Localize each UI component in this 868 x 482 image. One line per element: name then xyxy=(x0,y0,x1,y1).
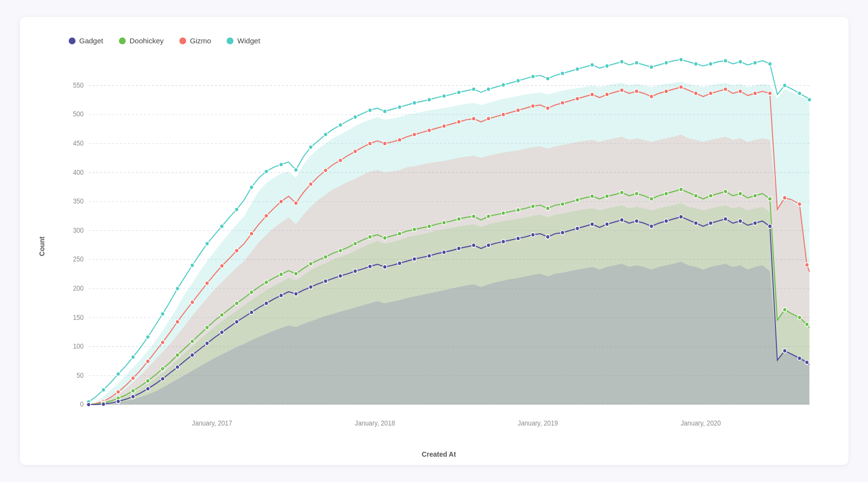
svg-point-163 xyxy=(605,194,609,199)
svg-text:100: 100 xyxy=(73,343,83,350)
svg-point-154 xyxy=(471,214,475,219)
svg-point-198 xyxy=(383,265,386,269)
svg-point-92 xyxy=(294,201,298,205)
svg-point-71 xyxy=(723,58,727,63)
svg-point-159 xyxy=(545,206,549,211)
svg-point-190 xyxy=(264,301,268,306)
svg-point-33 xyxy=(160,312,164,316)
svg-point-38 xyxy=(234,207,238,212)
svg-point-144 xyxy=(323,255,327,259)
svg-text:January, 2018: January, 2018 xyxy=(355,420,395,427)
svg-point-48 xyxy=(383,109,386,113)
svg-point-140 xyxy=(264,280,268,284)
svg-point-215 xyxy=(635,219,638,223)
svg-point-195 xyxy=(338,274,342,278)
svg-text:500: 500 xyxy=(73,111,83,118)
svg-point-155 xyxy=(486,214,490,219)
svg-point-203 xyxy=(457,246,461,251)
svg-point-62 xyxy=(590,63,594,67)
svg-point-171 xyxy=(723,189,727,194)
svg-point-176 xyxy=(797,315,801,320)
svg-point-50 xyxy=(412,101,416,105)
svg-point-137 xyxy=(220,313,224,317)
svg-point-46 xyxy=(353,115,357,119)
svg-point-157 xyxy=(516,208,520,212)
svg-point-218 xyxy=(679,215,683,219)
svg-text:450: 450 xyxy=(73,140,83,147)
svg-point-114 xyxy=(619,88,623,93)
svg-point-73 xyxy=(753,61,757,65)
chart-svg: .grid-line { stroke: #d8d8e8; stroke-wid… xyxy=(59,56,819,436)
legend-item-gadget: Gadget xyxy=(69,37,103,45)
gadget-label: Gadget xyxy=(79,37,103,45)
svg-point-42 xyxy=(294,168,298,172)
svg-point-115 xyxy=(635,89,638,93)
svg-point-127 xyxy=(805,263,809,267)
svg-point-76 xyxy=(797,92,801,96)
svg-point-31 xyxy=(131,355,135,359)
svg-point-80 xyxy=(116,390,120,394)
svg-point-64 xyxy=(619,60,623,64)
svg-point-75 xyxy=(783,83,787,88)
svg-point-181 xyxy=(131,394,135,399)
gadget-dot xyxy=(69,37,76,44)
svg-point-116 xyxy=(649,94,653,99)
doohickey-dot xyxy=(119,37,126,44)
svg-point-205 xyxy=(486,243,490,248)
svg-point-100 xyxy=(412,132,416,137)
svg-point-69 xyxy=(694,62,697,66)
svg-point-139 xyxy=(250,290,253,295)
svg-point-68 xyxy=(679,57,683,62)
svg-point-225 xyxy=(783,349,787,353)
svg-point-103 xyxy=(457,120,461,124)
svg-point-122 xyxy=(738,89,742,93)
widget-label: Widget xyxy=(237,37,260,45)
svg-point-158 xyxy=(531,204,535,208)
svg-point-196 xyxy=(353,269,357,274)
svg-text:250: 250 xyxy=(73,256,83,263)
svg-point-217 xyxy=(664,219,668,223)
svg-point-212 xyxy=(590,222,594,226)
svg-point-151 xyxy=(427,224,431,229)
x-axis-label: Created At xyxy=(422,450,456,458)
svg-point-97 xyxy=(368,141,372,146)
svg-point-61 xyxy=(575,67,579,72)
svg-point-66 xyxy=(649,65,653,69)
svg-point-174 xyxy=(768,197,772,201)
svg-point-179 xyxy=(101,402,105,407)
svg-point-34 xyxy=(175,286,179,291)
svg-point-77 xyxy=(807,98,811,102)
svg-point-57 xyxy=(516,79,520,83)
svg-point-91 xyxy=(279,200,283,204)
svg-point-56 xyxy=(501,83,505,87)
svg-point-126 xyxy=(797,202,801,206)
chart-area: Count Created At .grid-line { stroke: #d… xyxy=(59,56,819,436)
legend-item-doohickey: Doohickey xyxy=(119,37,164,45)
svg-point-119 xyxy=(694,92,697,96)
svg-point-180 xyxy=(116,399,120,404)
svg-point-124 xyxy=(768,92,772,96)
svg-point-184 xyxy=(175,365,179,370)
svg-point-211 xyxy=(575,226,579,231)
svg-point-149 xyxy=(397,232,401,236)
svg-point-37 xyxy=(220,224,224,229)
svg-point-220 xyxy=(709,221,713,225)
svg-point-32 xyxy=(146,335,150,339)
svg-point-55 xyxy=(486,87,490,92)
svg-text:January, 2020: January, 2020 xyxy=(680,420,721,427)
svg-point-29 xyxy=(101,388,105,392)
svg-point-207 xyxy=(516,236,520,241)
svg-point-226 xyxy=(797,356,801,360)
svg-point-177 xyxy=(805,322,809,327)
svg-point-160 xyxy=(560,202,564,206)
svg-point-164 xyxy=(619,190,623,195)
svg-point-85 xyxy=(190,300,194,305)
svg-point-202 xyxy=(442,250,446,255)
svg-point-213 xyxy=(605,222,609,226)
svg-point-94 xyxy=(323,168,327,173)
svg-point-162 xyxy=(590,194,594,199)
svg-point-148 xyxy=(383,236,386,240)
svg-point-104 xyxy=(471,117,475,121)
svg-point-145 xyxy=(338,248,342,253)
legend-item-gizmo: Gizmo xyxy=(179,37,211,45)
